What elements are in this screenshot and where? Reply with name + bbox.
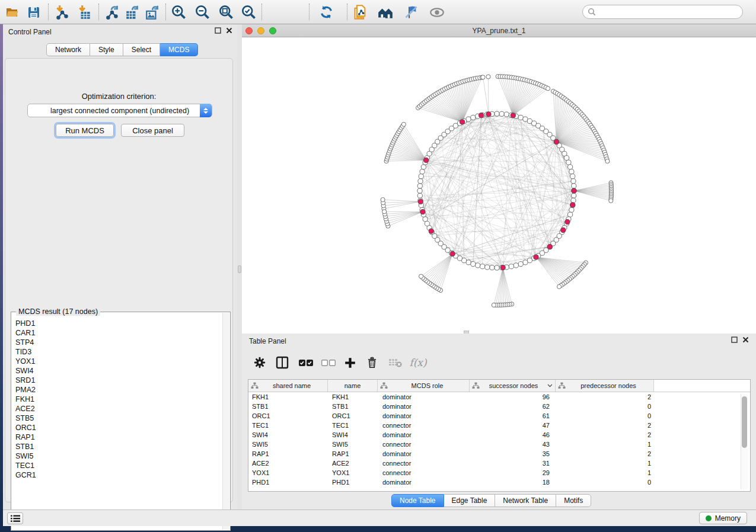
cell-name[interactable]: SWI4 <box>328 431 378 438</box>
network-node[interactable] <box>417 193 422 198</box>
network-home-icon[interactable] <box>377 4 394 20</box>
column-header-MCDS-role[interactable]: MCDS role <box>378 380 470 392</box>
zoom-selected-icon[interactable] <box>240 4 257 20</box>
network-node[interactable] <box>523 117 528 121</box>
network-node[interactable] <box>509 264 513 269</box>
mcds-hub-node[interactable] <box>450 251 455 256</box>
mcds-hub-node[interactable] <box>418 199 423 204</box>
result-node-item[interactable]: TEC1 <box>15 461 222 470</box>
leaf-node[interactable] <box>492 303 496 307</box>
cell-predecessor_nodes[interactable]: 0 <box>556 403 654 410</box>
network-node[interactable] <box>471 115 476 120</box>
cell-predecessor_nodes[interactable]: 2 <box>556 422 654 429</box>
cell-mcds_role[interactable]: connector <box>378 460 470 467</box>
cell-shared_name[interactable]: TEC1 <box>248 422 328 429</box>
table-row[interactable]: SWI4SWI4dominator462 <box>248 430 750 440</box>
network-node[interactable] <box>572 193 576 198</box>
cell-name[interactable]: FKH1 <box>328 393 378 400</box>
mcds-hub-node[interactable] <box>534 255 538 259</box>
cell-successor_nodes[interactable]: 62 <box>470 403 556 410</box>
cell-predecessor_nodes[interactable]: 1 <box>556 469 654 476</box>
delete-columns-icon[interactable] <box>362 353 381 372</box>
cell-shared_name[interactable]: YOX1 <box>248 469 328 476</box>
log-console-button[interactable] <box>7 512 23 524</box>
network-node[interactable] <box>523 260 528 265</box>
network-node[interactable] <box>564 156 569 161</box>
network-node[interactable] <box>480 264 485 269</box>
save-session-icon[interactable] <box>25 4 43 20</box>
result-node-item[interactable]: SRD1 <box>15 376 222 385</box>
network-node[interactable] <box>568 165 573 169</box>
cell-mcds_role[interactable]: dominator <box>378 479 470 486</box>
cell-successor_nodes[interactable]: 31 <box>470 460 556 467</box>
network-node[interactable] <box>466 260 471 265</box>
network-node[interactable] <box>571 198 576 203</box>
network-node[interactable] <box>572 184 576 188</box>
cell-shared_name[interactable]: FKH1 <box>248 393 328 400</box>
cell-predecessor_nodes[interactable]: 2 <box>556 393 654 400</box>
network-canvas[interactable] <box>242 37 756 334</box>
network-node[interactable] <box>518 115 523 120</box>
cell-mcds_role[interactable]: dominator <box>378 450 470 457</box>
network-node[interactable] <box>485 265 490 270</box>
leaf-node[interactable] <box>381 198 385 202</box>
mcds-hub-node[interactable] <box>554 139 559 144</box>
optimization-criterion-select[interactable]: largest connected component (undirected) <box>27 104 212 117</box>
table-row[interactable]: PHD1PHD1dominator180 <box>248 477 750 487</box>
cell-predecessor_nodes[interactable]: 0 <box>556 412 654 419</box>
network-node[interactable] <box>504 112 509 117</box>
cell-successor_nodes[interactable]: 29 <box>470 469 556 476</box>
table-row[interactable]: ORC1ORC1dominator610 <box>248 411 750 421</box>
network-node[interactable] <box>419 174 423 179</box>
mcds-hub-node[interactable] <box>500 265 505 270</box>
export-image-icon[interactable] <box>143 4 161 20</box>
leaf-node[interactable] <box>546 86 550 91</box>
cell-successor_nodes[interactable]: 61 <box>470 412 556 419</box>
splitter-handle[interactable] <box>238 265 241 273</box>
network-node[interactable] <box>566 160 571 165</box>
network-node[interactable] <box>425 221 429 226</box>
cell-name[interactable]: ACE2 <box>328 460 378 467</box>
cell-predecessor_nodes[interactable]: 1 <box>556 441 654 448</box>
cell-successor_nodes[interactable]: 43 <box>470 441 556 448</box>
close-panel-icon[interactable] <box>226 27 232 34</box>
result-node-item[interactable]: CAR1 <box>15 328 222 338</box>
leaf-node[interactable] <box>557 284 562 289</box>
network-node[interactable] <box>568 212 573 217</box>
tab-edge-table[interactable]: Edge Table <box>444 494 496 507</box>
leaf-node[interactable] <box>382 210 387 214</box>
table-row[interactable]: ACE2ACE2connector311 <box>248 459 750 468</box>
tab-mcds[interactable]: MCDS <box>160 43 198 56</box>
cell-mcds_role[interactable]: connector <box>378 422 470 429</box>
tab-network-table[interactable]: Network Table <box>495 494 556 507</box>
result-node-item[interactable]: ORC1 <box>15 423 222 432</box>
column-header-shared-name[interactable]: shared name <box>248 380 328 392</box>
mcds-hub-node[interactable] <box>486 112 491 117</box>
network-window-titlebar[interactable]: YPA_prune.txt_1 <box>242 24 756 37</box>
result-node-item[interactable]: PHD1 <box>15 319 222 328</box>
result-node-item[interactable]: YOX1 <box>15 357 222 366</box>
network-node[interactable] <box>471 262 476 267</box>
cell-shared_name[interactable]: ACE2 <box>248 460 328 467</box>
column-header-predecessor-nodes[interactable]: predecessor nodes <box>556 380 654 392</box>
result-node-item[interactable]: RAP1 <box>15 432 222 442</box>
table-row[interactable]: SWI5SWI5connector431 <box>248 440 750 449</box>
mcds-hub-node[interactable] <box>572 188 576 193</box>
mcds-hub-node[interactable] <box>570 203 575 207</box>
memory-button[interactable]: Memory <box>699 512 747 524</box>
close-panel-icon[interactable] <box>742 336 749 343</box>
result-node-item[interactable]: PMA2 <box>15 385 222 395</box>
window-maximize-icon[interactable] <box>269 27 276 34</box>
mcds-result-scrollbar[interactable] <box>222 313 229 530</box>
tab-node-table[interactable]: Node Table <box>391 494 444 507</box>
cell-name[interactable]: SWI5 <box>328 441 378 448</box>
table-row[interactable]: FKH1FKH1dominator962 <box>248 392 750 402</box>
delete-table-icon[interactable] <box>386 353 405 372</box>
panel-splitter[interactable] <box>237 24 242 509</box>
add-column-icon[interactable] <box>340 353 359 372</box>
function-builder-icon[interactable]: f(x) <box>409 353 428 372</box>
leaf-node[interactable] <box>609 198 613 203</box>
mcds-result-list[interactable]: PHD1CAR1STP4TID3YOX1SWI4SRD1PMA2FKH1ACE2… <box>11 314 222 530</box>
result-node-item[interactable]: STP4 <box>15 338 222 347</box>
network-node[interactable] <box>513 263 518 268</box>
